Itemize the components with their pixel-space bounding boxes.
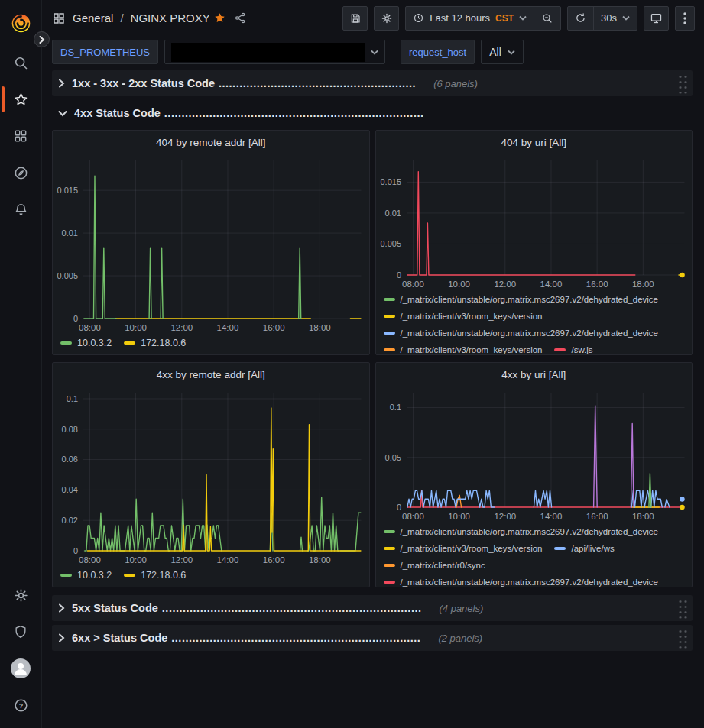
svg-text:0.05: 0.05: [384, 453, 401, 462]
svg-text:0.02: 0.02: [62, 516, 78, 525]
legend-item[interactable]: /_matrix/client/unstable/org.matrix.msc2…: [384, 527, 659, 536]
legend-item[interactable]: 10.0.3.2: [60, 338, 112, 348]
svg-text:08:00: 08:00: [402, 512, 424, 521]
legend-item[interactable]: /_matrix/client/v3/room_keys/version: [384, 312, 543, 321]
legend-swatch-green: [60, 574, 72, 577]
row-drag-handle[interactable]: [677, 73, 687, 94]
legend-item[interactable]: 172.18.0.6: [124, 570, 186, 581]
refresh-button[interactable]: [568, 7, 593, 30]
row-4xx[interactable]: 4xx Status Code.........................…: [52, 100, 693, 126]
sidebar-bottom: ?: [0, 577, 42, 728]
row-title: 5xx Status Code: [72, 602, 158, 614]
panel-legend: /_matrix/client/unstable/org.matrix.msc2…: [376, 523, 693, 587]
favorite-star-icon[interactable]: [213, 11, 226, 24]
chevron-right-icon: [39, 36, 45, 44]
panel-title[interactable]: 4xx by remote addr [All]: [53, 364, 369, 385]
row-5xx[interactable]: 5xx Status Code.........................…: [52, 595, 693, 621]
save-icon: [349, 12, 362, 24]
save-dashboard-button[interactable]: [342, 6, 368, 31]
row-drag-handle[interactable]: [677, 628, 687, 649]
legend-swatch-green: [60, 341, 72, 345]
svg-text:0: 0: [396, 503, 401, 512]
variable-value-ds-prometheus[interactable]: [164, 40, 385, 64]
legend-label: 172.18.0.6: [141, 338, 186, 348]
sidebar-item-dashboards[interactable]: [0, 118, 42, 154]
expand-sidebar-button[interactable]: [34, 31, 50, 47]
legend-swatch-yellow: [384, 547, 395, 550]
apps-grid-icon: [13, 128, 28, 144]
legend-label: /_matrix/client/v3/room_keys/version: [401, 544, 543, 553]
sidebar-item-profile[interactable]: [0, 650, 42, 687]
panel: 404 by uri [All]00.0050.010.01508:0010:0…: [375, 130, 693, 355]
panel-title[interactable]: 404 by uri [All]: [376, 132, 693, 153]
legend-swatch-green: [384, 298, 395, 301]
row-6xx[interactable]: 6xx > Status Code.......................…: [52, 625, 693, 651]
sidebar-item-search[interactable]: [0, 44, 42, 81]
legend-swatch-yellow: [124, 341, 135, 345]
legend-item[interactable]: /_matrix/client/unstable/org.matrix.msc2…: [384, 328, 659, 338]
refresh-interval-dropdown[interactable]: 30s: [593, 7, 637, 30]
legend-label: /api/live/ws: [571, 544, 614, 553]
toolbar: Last 12 hours CST 30s: [342, 6, 695, 31]
svg-text:14:00: 14:00: [217, 323, 239, 332]
row-panel-count: (4 panels): [439, 603, 483, 614]
panel: 404 by remote addr [All]00.0050.010.0150…: [52, 130, 370, 355]
panel-chart[interactable]: 00.050.108:0010:0012:0014:0016:0018:00: [376, 385, 693, 523]
svg-text:14:00: 14:00: [217, 555, 239, 565]
legend-item[interactable]: /_matrix/client/unstable/org.matrix.msc2…: [384, 295, 659, 304]
panel-legend: 10.0.3.2172.18.0.6: [53, 334, 369, 354]
share-icon[interactable]: [234, 11, 247, 24]
row-title-leader: ........................................…: [162, 602, 422, 614]
panel-chart[interactable]: 00.0050.010.01508:0010:0012:0014:0016:00…: [53, 153, 369, 334]
time-range-button[interactable]: Last 12 hours CST: [406, 7, 534, 30]
legend-swatch-red: [384, 581, 395, 584]
legend-item[interactable]: /_matrix/client/v3/room_keys/version: [384, 345, 543, 354]
sidebar-item-starred[interactable]: [0, 81, 42, 118]
panel: 4xx by remote addr [All]00.020.040.060.0…: [52, 362, 370, 587]
legend-swatch-green: [384, 530, 395, 533]
sidebar-item-explore[interactable]: [0, 154, 42, 191]
legend-item[interactable]: 172.18.0.6: [124, 338, 186, 348]
zoom-out-button[interactable]: [534, 7, 560, 30]
panel-title[interactable]: 404 by remote addr [All]: [53, 132, 369, 153]
svg-text:10:00: 10:00: [448, 280, 470, 289]
svg-text:?: ?: [18, 702, 23, 710]
variable-value-request-host[interactable]: All: [481, 40, 524, 64]
legend-item[interactable]: /_matrix/client/r0/sync: [384, 561, 485, 570]
row-drag-handle[interactable]: [677, 598, 687, 619]
page-title[interactable]: NGINX PROXY: [131, 11, 210, 24]
timezone-label: CST: [495, 13, 514, 24]
sidebar-item-alerting[interactable]: [0, 191, 42, 228]
panel-chart[interactable]: 00.0050.010.01508:0010:0012:0014:0016:00…: [376, 153, 693, 290]
legend-item[interactable]: /api/live/ws: [554, 544, 614, 553]
row-1xx-3xx-2xx[interactable]: 1xx - 3xx - 2xx Status Code.............…: [52, 70, 693, 96]
legend-item[interactable]: /sw.js: [554, 345, 592, 354]
legend-label: /sw.js: [571, 345, 592, 354]
row-title-leader: ........................................…: [164, 107, 424, 119]
sidebar-item-configuration[interactable]: [0, 577, 42, 613]
legend-item[interactable]: 10.0.3.2: [60, 570, 112, 581]
legend-row: /_matrix/client/v3/room_keys/version/sw.…: [384, 341, 693, 354]
legend-swatch-orange: [384, 348, 395, 351]
avatar: [11, 658, 31, 678]
dashboard-settings-button[interactable]: [374, 6, 399, 31]
variable-value-redacted: [171, 43, 365, 62]
kiosk-mode-button[interactable]: [644, 6, 669, 31]
legend-item[interactable]: /_matrix/client/unstable/org.matrix.msc2…: [384, 578, 659, 587]
more-options-button[interactable]: [675, 6, 695, 31]
gear-icon: [13, 587, 29, 603]
panel-title[interactable]: 4xx by uri [All]: [376, 364, 693, 385]
sidebar-item-admin[interactable]: [0, 613, 42, 650]
clock-icon: [413, 12, 424, 24]
row-title: 4xx Status Code: [74, 107, 161, 119]
legend-item[interactable]: /_matrix/client/v3/room_keys/version: [384, 544, 543, 553]
svg-text:10:00: 10:00: [125, 555, 147, 565]
chevron-right-icon: [58, 633, 65, 642]
sidebar-item-help[interactable]: ?: [0, 687, 42, 723]
legend-swatch-yellow: [124, 574, 135, 577]
legend-row: 10.0.3.2172.18.0.6: [60, 335, 369, 351]
panel-legend: /_matrix/client/unstable/org.matrix.msc2…: [376, 290, 693, 354]
panel-chart[interactable]: 00.020.040.060.080.108:0010:0012:0014:00…: [53, 385, 369, 566]
panel-legend: 10.0.3.2172.18.0.6: [53, 566, 369, 587]
breadcrumb-section[interactable]: General: [73, 11, 113, 24]
